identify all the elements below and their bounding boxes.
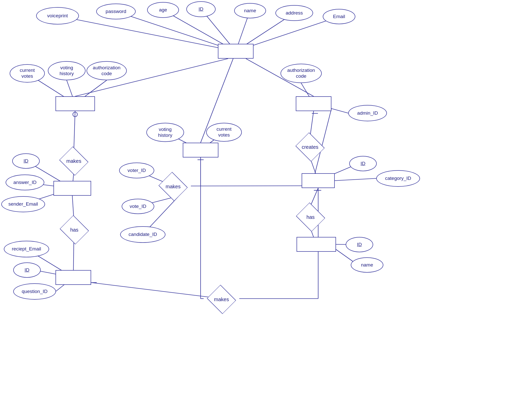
ellipse-email-user: Email — [323, 9, 355, 24]
ellipse-voting-history-voter: votinghistory — [146, 123, 184, 142]
entity-voter — [183, 143, 218, 157]
diamond-has-category: has — [293, 207, 328, 227]
ellipse-voting-history-cand: votinghistory — [48, 61, 86, 80]
ellipse-category-id: category_ID — [376, 170, 420, 187]
ellipse-reciept-email: reciept_Email — [4, 241, 49, 257]
entity-question — [53, 181, 91, 196]
ellipse-auth-code-cand: authorizationcode — [87, 61, 127, 80]
entity-vote — [302, 173, 335, 188]
diamond-makes-cand: makes — [56, 151, 92, 171]
ellipse-name-category: name — [351, 257, 383, 273]
ellipse-address: address — [275, 5, 313, 21]
ellipse-vote-id: vote_ID — [122, 199, 154, 214]
ellipse-id-user: ID — [186, 1, 216, 17]
ellipse-id-answer: ID — [13, 262, 41, 278]
ellipse-password: password — [96, 4, 136, 19]
entity-user — [218, 44, 254, 59]
ellipse-voter-id: voter_ID — [119, 163, 154, 178]
ellipse-name: name — [234, 3, 266, 18]
diamond-has-question: has — [57, 220, 92, 240]
diamond-creates: creates — [292, 137, 328, 157]
ellipse-auth-code-admin: authorizationcode — [281, 64, 322, 83]
ellipse-id-category: ID — [346, 237, 373, 252]
entity-candidate — [55, 96, 95, 111]
ellipse-sender-email: sender_Email — [1, 196, 45, 212]
ellipse-current-votes-cand: currentvotes — [10, 64, 45, 83]
diamond-makes-answer: makes — [204, 289, 239, 310]
ellipse-admin-id: admin_ID — [348, 105, 387, 121]
ellipse-id-vote: ID — [349, 156, 377, 171]
entity-category — [297, 237, 336, 252]
ellipse-age: age — [147, 2, 179, 18]
ellipse-question-id: question_ID — [13, 283, 56, 300]
ellipse-answer-id: answer_ID — [6, 175, 44, 190]
ellipse-id-question: ID — [12, 153, 40, 169]
ellipse-current-votes-voter: currentvotes — [206, 123, 242, 142]
entity-answer — [55, 270, 91, 285]
ellipse-candidate-id: candidate_ID — [120, 226, 165, 243]
ellipse-voiceprint: voiceprint — [36, 7, 79, 24]
er-diagram: voiceprint password age ID name address … — [0, 0, 532, 399]
entity-admin — [296, 96, 331, 111]
diamond-makes-voter: makes — [155, 176, 191, 197]
